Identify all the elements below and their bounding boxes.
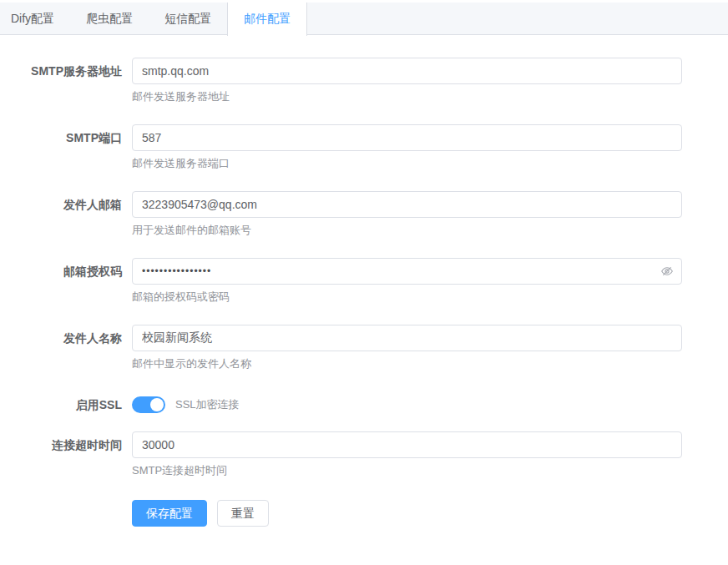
form-item-sender-email: 发件人邮箱 用于发送邮件的邮箱账号 xyxy=(0,191,682,238)
switch-knob xyxy=(150,398,164,411)
timeout-label: 连接超时时间 xyxy=(0,431,132,478)
sender-name-input[interactable] xyxy=(132,325,682,351)
smtp-port-input[interactable] xyxy=(132,124,682,151)
tab-email-config[interactable]: 邮件配置 xyxy=(227,3,307,36)
auth-code-label: 邮箱授权码 xyxy=(0,258,132,305)
sender-name-helper: 邮件中显示的发件人名称 xyxy=(132,356,682,371)
timeout-input[interactable] xyxy=(132,431,682,458)
eye-hidden-icon[interactable] xyxy=(660,264,675,279)
actions-spacer xyxy=(0,498,132,527)
ssl-toggle-switch[interactable] xyxy=(132,396,165,413)
smtp-host-label: SMTP服务器地址 xyxy=(0,58,132,104)
ssl-switch-caption: SSL加密连接 xyxy=(175,397,240,412)
email-config-form: SMTP服务器地址 邮件发送服务器地址 SMTP端口 邮件发送服务器端口 发件人… xyxy=(0,35,682,527)
form-item-enable-ssl: 启用SSL SSL加密连接 xyxy=(0,391,682,418)
form-item-timeout: 连接超时时间 SMTP连接超时时间 xyxy=(0,431,682,478)
auth-code-input[interactable] xyxy=(132,258,682,285)
config-tabs-bar: Dify配置 爬虫配置 短信配置 邮件配置 xyxy=(0,3,728,35)
form-item-smtp-port: SMTP端口 邮件发送服务器端口 xyxy=(0,124,682,171)
tab-sms-config[interactable]: 短信配置 xyxy=(149,3,227,35)
sender-name-label: 发件人名称 xyxy=(0,325,132,371)
tab-crawler-config[interactable]: 爬虫配置 xyxy=(70,3,149,35)
timeout-helper: SMTP连接超时时间 xyxy=(132,463,682,478)
form-item-smtp-host: SMTP服务器地址 邮件发送服务器地址 xyxy=(0,58,682,104)
smtp-host-input[interactable] xyxy=(132,58,682,84)
sender-email-label: 发件人邮箱 xyxy=(0,191,132,238)
enable-ssl-label: 启用SSL xyxy=(0,391,132,418)
auth-code-helper: 邮箱的授权码或密码 xyxy=(132,290,682,305)
smtp-port-label: SMTP端口 xyxy=(0,124,132,171)
sender-email-helper: 用于发送邮件的邮箱账号 xyxy=(132,223,682,238)
form-actions-row: 保存配置 重置 xyxy=(0,498,682,527)
form-item-auth-code: 邮箱授权码 邮箱的授权码或密码 xyxy=(0,258,682,305)
smtp-port-helper: 邮件发送服务器端口 xyxy=(132,156,682,171)
form-item-sender-name: 发件人名称 邮件中显示的发件人名称 xyxy=(0,325,682,371)
tab-dify-config[interactable]: Dify配置 xyxy=(0,3,70,35)
save-config-button[interactable]: 保存配置 xyxy=(132,500,207,527)
reset-button[interactable]: 重置 xyxy=(217,500,269,527)
sender-email-input[interactable] xyxy=(132,191,682,218)
smtp-host-helper: 邮件发送服务器地址 xyxy=(132,89,682,104)
